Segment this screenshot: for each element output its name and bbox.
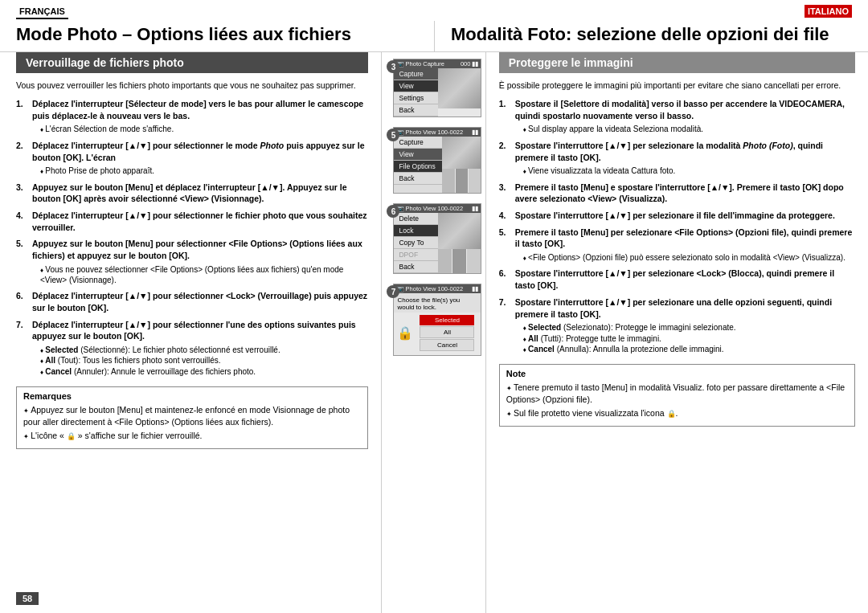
list-item: 3. Premere il tasto [Menu] e spostare l'… [499,182,855,205]
intro-text-left: Vous pouvez verrouiller les fichiers pho… [16,80,368,92]
lang-label-fr: FRANÇAIS [16,5,68,19]
menu-item-view-5: View [394,149,442,161]
page-title-left: Mode Photo – Options liées aux fichiers [16,24,351,44]
list-item: 1. Déplacez l'interrupteur [Sélecteur de… [16,98,368,135]
menu-item-delete-6: Delete [394,213,438,225]
note-items: Tenere premuto il tasto [Menu] in modali… [506,382,848,419]
lang-right: ITALIANO [434,0,868,21]
list-item: 6. Déplacez l'interrupteur [▲/▼] pour sé… [16,290,368,313]
sc-titlebar-5: 📷 Photo View 100-0022▮▮ [394,128,481,137]
screenshot-frame-5: 📷 Photo View 100-0022▮▮ Capture View Fil… [393,127,481,194]
page: FRANÇAIS ITALIANO Mode Photo – Options l… [0,0,868,613]
screenshot-6: 6 📷 Photo View 100-0022▮▮ Delete Lock Co… [393,203,481,274]
remarques-items: Appuyez sur le bouton [Menu] et maintene… [23,404,361,442]
menu-item-back: Back [394,104,438,116]
note-box: Note Tenere premuto il tasto [Menu] in m… [499,364,855,427]
steps-list-right: 1. Spostare il [Selettore di modalità] v… [499,98,855,359]
list-item: Sul file protetto viene visualizzata l'i… [506,407,848,419]
screenshot-7: 7 📷 Photo View 100-0022▮▮ Choose the fil… [393,284,481,356]
sc-btn-selected: Selected [420,315,474,325]
menu-item-capture: Capture [394,68,438,80]
sc-prompt-7: Choose the file(s) you would to lock. [394,293,481,313]
list-item: 4. Déplacez l'interrupteur [▲/▼] pour sé… [16,210,368,233]
screenshot-frame-6: 📷 Photo View 100-0022▮▮ Delete Lock Copy… [393,203,481,274]
lang-label-it: ITALIANO [805,5,852,18]
list-item: 5. Appuyez sur le bouton [Menu] pour sél… [16,238,368,285]
sc-image-area-6 [438,213,481,249]
list-item: L'icône « 🔒 » s'affiche sur le fichier v… [23,430,361,442]
menu-item-back-6: Back [394,261,438,273]
menu-item-capture-5: Capture [394,137,442,149]
lock-icon: 🔒 [67,431,76,441]
remarques-title: Remarques [23,391,361,401]
col-screenshots: 3 📷 Photo Capture000 ▮▮ Capture View Set… [382,52,486,613]
lang-header: FRANÇAIS ITALIANO [0,0,868,21]
list-item: 2. Spostare l'interruttore [▲/▼] per sel… [499,140,855,177]
sc-titlebar-3: 📷 Photo Capture000 ▮▮ [394,59,481,68]
list-item: Tenere premuto il tasto [Menu] in modali… [506,382,848,405]
menu-item-view: View [394,80,438,92]
page-number: 58 [16,592,39,605]
content-area: Verrouillage de fichiers photo Vous pouv… [0,52,868,613]
menu-item-fileoptions-5: File Options [394,161,442,173]
screenshot-3: 3 📷 Photo Capture000 ▮▮ Capture View Set… [393,59,481,117]
page-number-area: 58 [16,587,368,605]
sc-titlebar-7: 📷 Photo View 100-0022▮▮ [394,284,481,293]
section-heading-right: Proteggere le immagini [499,52,855,73]
section-heading-left: Verrouillage de fichiers photo [16,52,368,73]
sc-thumb-strip-5 [442,169,481,193]
list-item: 3. Appuyez sur le bouton [Menu] et dépla… [16,182,368,205]
intro-text-right: È possibile proteggere le immagini più i… [499,80,855,92]
list-item: 2. Déplacez l'interrupteur [▲/▼] pour sé… [16,140,368,177]
list-item: 7. Déplacez l'interrupteur [▲/▼] pour sé… [16,319,368,378]
list-item: 5. Premere il tasto [Menu] per seleziona… [499,227,855,264]
list-item: Appuyez sur le bouton [Menu] et maintene… [23,404,361,427]
lock-icon-sc: 🔒 [397,325,413,341]
main-title-row: Mode Photo – Options liées aux fichiers … [0,21,868,52]
list-item: 6. Spostare l'interruttore [▲/▼] per sel… [499,268,855,291]
menu-item-lock-6: Lock [394,225,438,237]
screenshot-5: 5 📷 Photo View 100-0022▮▮ Capture View F… [393,127,481,194]
remarques-box: Remarques Appuyez sur le bouton [Menu] e… [16,386,368,449]
page-title-right: Modalità Foto: selezione delle opzioni d… [451,24,829,44]
screenshot-frame-3: 📷 Photo Capture000 ▮▮ Capture View Setti… [393,59,481,117]
note-title: Note [506,369,848,378]
sc-thumb-strip-6 [438,249,481,273]
sc-titlebar-6: 📷 Photo View 100-0022▮▮ [394,204,481,213]
screenshot-frame-7: 📷 Photo View 100-0022▮▮ Choose the file(… [393,284,481,356]
menu-item-back-5: Back [394,173,442,185]
list-item: 7. Spostare l'interruttore [▲/▼] per sel… [499,296,855,355]
lang-left: FRANÇAIS [0,0,434,21]
main-title-left: Mode Photo – Options liées aux fichiers [0,21,434,51]
sc-btn-cancel: Cancel [420,339,474,351]
menu-item-settings: Settings [394,92,438,104]
steps-list-left: 1. Déplacez l'interrupteur [Sélecteur de… [16,98,368,382]
menu-item-dpof-6: DPOF [394,249,438,261]
main-title-right: Modalità Foto: selezione delle opzioni d… [434,21,868,51]
sc-image-area-3 [438,68,481,108]
menu-item-copyto-6: Copy To [394,237,438,249]
col-text-left: Verrouillage de fichiers photo Vous pouv… [0,52,382,613]
list-item: 4. Spostare l'interruttore [▲/▼] per sel… [499,210,855,222]
col-text-right: Proteggere le immagini È possibile prote… [486,52,868,613]
sc-image-area-5 [442,137,481,169]
lock-icon-note: 🔒 [667,409,676,419]
sc-btn-all: All [420,326,474,338]
list-item: 1. Spostare il [Selettore di modalità] v… [499,98,855,135]
